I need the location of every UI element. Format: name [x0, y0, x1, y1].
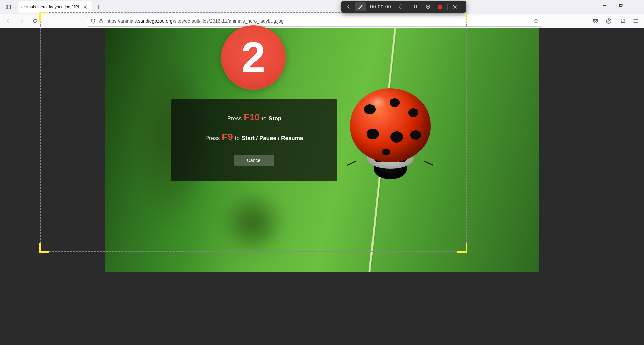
- pocket-icon: [593, 18, 598, 24]
- arrow-left-icon: [5, 18, 11, 24]
- spot: [410, 130, 421, 140]
- back-button[interactable]: [3, 16, 13, 27]
- bookmark-button[interactable]: [532, 17, 540, 25]
- new-tab-button[interactable]: [93, 2, 104, 12]
- window-minimize-button[interactable]: [597, 0, 613, 11]
- label-press: Press: [205, 135, 220, 142]
- url-bar[interactable]: https://animals.sandiegozoo.org/sites/de…: [87, 16, 543, 27]
- label-press: Press: [227, 115, 242, 122]
- puzzle-icon: [620, 18, 625, 24]
- hotkey-panel: Press F10 to Stop Press F9 to Start / Pa…: [171, 99, 337, 181]
- reload-icon: [32, 18, 38, 24]
- arrow-right-icon: [19, 18, 24, 24]
- toolbar-right: [590, 15, 641, 27]
- countdown-badge: 2: [221, 25, 286, 90]
- sidebar-icon: [6, 4, 11, 10]
- spot: [390, 131, 403, 143]
- pause-icon: [414, 5, 418, 9]
- extensions-button[interactable]: [616, 15, 628, 27]
- shield-icon: [90, 18, 96, 24]
- leg: [347, 161, 356, 166]
- sidebar-toggle[interactable]: [3, 1, 14, 13]
- recorder-annotate-button[interactable]: [355, 2, 366, 11]
- spot: [364, 104, 376, 114]
- url-text: https://animals.sandiegozoo.org/sites/de…: [106, 18, 530, 24]
- minimize-icon: [603, 4, 607, 7]
- window-maximize-button[interactable]: [613, 0, 629, 11]
- close-icon: [453, 5, 457, 9]
- recorder-stop-button[interactable]: [435, 2, 445, 11]
- recorder-shield-button[interactable]: [395, 2, 406, 11]
- url-domain: sandiegozoo.org: [138, 18, 173, 24]
- hotkey-stop-action: Stop: [269, 115, 282, 122]
- hotkey-stop-key: F10: [244, 112, 260, 123]
- spot: [390, 98, 400, 107]
- tab-bar: animals_hero_ladybug.jpg (JPEG Im: [0, 0, 644, 14]
- hotkey-stop-line: Press F10 to Stop: [227, 112, 282, 123]
- browser-tab[interactable]: animals_hero_ladybug.jpg (JPEG Im: [18, 1, 92, 13]
- wing-seam: [390, 90, 390, 157]
- plus-icon: [96, 5, 101, 9]
- hotkey-start-action: Start / Pause / Resume: [242, 135, 303, 142]
- svg-point-4: [608, 20, 610, 21]
- label-to: to: [262, 115, 266, 122]
- maximize-icon: [619, 4, 623, 7]
- nav-bar: https://animals.sandiegozoo.org/sites/de…: [0, 14, 644, 28]
- stop-icon: [438, 5, 442, 9]
- spot: [408, 108, 418, 117]
- cancel-button[interactable]: Cancel: [234, 155, 275, 166]
- recorder-record-button[interactable]: [423, 2, 433, 11]
- ladybug: [350, 88, 431, 182]
- viewport: [0, 28, 644, 345]
- hotkey-start-key: F9: [222, 132, 233, 142]
- window-close-button[interactable]: [628, 0, 644, 11]
- countdown-number: 2: [241, 32, 265, 83]
- star-icon: [533, 18, 539, 24]
- bg-blur: [219, 189, 286, 256]
- spot: [382, 149, 390, 155]
- svg-rect-2: [100, 21, 102, 23]
- record-icon: [426, 4, 430, 9]
- pencil-icon: [358, 4, 363, 9]
- separator: [447, 4, 448, 10]
- spot: [367, 129, 379, 139]
- account-icon: [606, 18, 612, 24]
- browser-chrome: animals_hero_ladybug.jpg (JPEG Im: [0, 0, 644, 28]
- svg-rect-9: [438, 5, 442, 9]
- svg-rect-10: [619, 4, 622, 6]
- hotkey-start-line: Press F9 to Start / Pause / Resume: [205, 132, 303, 142]
- close-icon: [634, 4, 638, 7]
- recorder-toolbar[interactable]: 00:00:00: [341, 1, 466, 13]
- svg-rect-0: [6, 5, 11, 9]
- window-controls: [597, 0, 644, 11]
- shield-outline-icon: [398, 4, 403, 9]
- recorder-back-button[interactable]: [343, 2, 354, 11]
- label-to: to: [235, 135, 240, 142]
- svg-point-8: [427, 6, 429, 8]
- tab-title: animals_hero_ladybug.jpg (JPEG Im: [21, 5, 79, 9]
- hamburger-icon: [633, 18, 638, 24]
- reload-button[interactable]: [30, 16, 40, 27]
- separator: [408, 4, 408, 10]
- recorder-timer: 00:00:00: [367, 4, 394, 9]
- leg: [424, 161, 433, 166]
- recorder-close-button[interactable]: [450, 2, 460, 11]
- url-prefix: https://animals.: [106, 18, 138, 24]
- forward-button[interactable]: [16, 16, 27, 27]
- recorder-pause-button[interactable]: [410, 2, 421, 11]
- svg-rect-6: [416, 5, 417, 8]
- lock-icon: [98, 18, 104, 24]
- url-path: /sites/default/files/2016-11/animals_her…: [173, 18, 284, 24]
- pocket-button[interactable]: [590, 15, 601, 27]
- account-button[interactable]: [603, 15, 614, 27]
- close-icon: [84, 5, 87, 9]
- svg-rect-5: [414, 5, 415, 8]
- chevron-left-icon: [347, 5, 351, 9]
- menu-button[interactable]: [630, 15, 641, 27]
- tab-close-button[interactable]: [82, 4, 89, 10]
- ladybug-body: [350, 88, 431, 162]
